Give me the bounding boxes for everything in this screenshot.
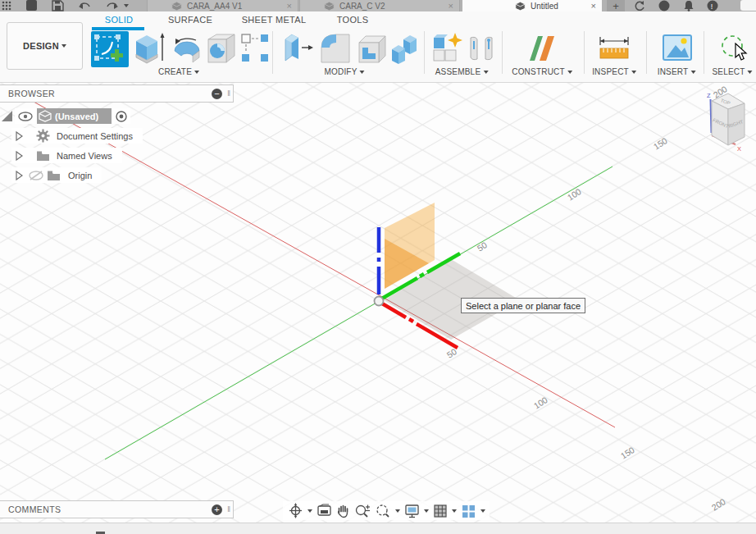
browser-root-selected[interactable]: (Unsaved) — [37, 108, 112, 124]
extrude-button[interactable] — [131, 31, 167, 66]
navigation-toolbar — [283, 501, 490, 520]
expand-arrow-icon[interactable] — [15, 171, 23, 180]
document-tab-active[interactable]: Untitled × — [462, 0, 603, 11]
browser-extension-button[interactable] — [740, 0, 756, 11]
viewports-dropdown[interactable] — [480, 509, 485, 513]
grid-settings-tool[interactable] — [433, 504, 448, 518]
create-sketch-button[interactable] — [91, 31, 129, 67]
rectangular-pattern-button[interactable] — [239, 31, 271, 66]
y-axis-dot — [420, 274, 424, 276]
ribbon-tab-sheetmetal[interactable]: SHEET METAL — [242, 15, 307, 25]
group-separator — [704, 31, 704, 74]
redo-dropdown[interactable] — [123, 0, 130, 11]
document-cube-icon — [515, 1, 526, 11]
help-icon[interactable]: ! — [707, 0, 718, 11]
viewports-tool[interactable] — [461, 504, 476, 518]
new-component-button[interactable] — [430, 31, 464, 66]
expand-arrow-icon[interactable] — [15, 151, 23, 161]
insert-image-button[interactable] — [661, 31, 694, 66]
group-label-create[interactable]: CREATE — [158, 67, 199, 76]
group-label-select[interactable]: SELECT — [712, 67, 752, 76]
browser-item-document-settings[interactable]: Document Settings — [11, 128, 143, 144]
ribbon-tab-tools[interactable]: TOOLS — [337, 15, 369, 25]
ribbon-tab-surface[interactable]: SURFACE — [168, 15, 212, 25]
browser-collapse-button[interactable]: − — [212, 89, 222, 99]
folder-icon — [47, 170, 61, 181]
group-label-insert[interactable]: INSERT — [658, 67, 696, 76]
origin-point[interactable] — [375, 297, 384, 306]
svg-text:!: ! — [711, 2, 713, 11]
browser-root-expander[interactable] — [0, 109, 14, 123]
active-tab-underline — [92, 27, 144, 30]
comments-title: COMMENTS — [8, 504, 212, 514]
tab-close-icon[interactable]: × — [449, 1, 453, 11]
tab-close-icon[interactable]: × — [591, 1, 596, 11]
shell-button[interactable] — [354, 31, 389, 66]
notifications-bell-icon[interactable] — [683, 0, 695, 11]
app-menu-icon[interactable] — [2, 0, 11, 11]
group-label-assemble[interactable]: ASSEMBLE — [435, 67, 489, 76]
redo-icon[interactable] — [106, 0, 119, 11]
grid-settings-dropdown[interactable] — [452, 509, 457, 513]
comments-add-button[interactable]: + — [212, 504, 222, 515]
user-avatar-icon[interactable] — [658, 0, 670, 11]
revolve-button[interactable] — [171, 31, 203, 66]
undo-icon[interactable] — [78, 0, 91, 11]
pan-tool[interactable] — [336, 504, 350, 518]
browser-root-row[interactable]: (Unsaved) — [15, 108, 130, 124]
group-label-inspect[interactable]: INSPECT — [592, 67, 636, 76]
workspace-caret-icon — [61, 44, 66, 48]
fusion360-window: 50 100 150 200 50 100 150 200 TOP FRONT … — [0, 0, 756, 534]
browser-root-label: (Unsaved) — [55, 112, 105, 121]
press-pull-button[interactable] — [280, 31, 315, 66]
document-cube-icon — [171, 1, 182, 11]
orbit-dropdown[interactable] — [307, 509, 312, 513]
mouse-cursor — [735, 43, 749, 64]
orbit-tool[interactable] — [288, 503, 303, 518]
status-tooltip: Select a plane or planar face — [461, 298, 585, 313]
hole-button[interactable] — [205, 31, 238, 66]
browser-drag-handle[interactable]: ‖ — [227, 89, 231, 98]
group-label-modify[interactable]: MODIFY — [324, 67, 364, 76]
fillet-button[interactable] — [318, 31, 353, 66]
visibility-eye-icon[interactable] — [17, 111, 34, 122]
zoom-window-tool[interactable] — [375, 504, 391, 518]
document-tab-2[interactable]: CARA_C V2 × — [299, 0, 460, 11]
combine-button[interactable] — [389, 31, 423, 66]
browser-item-origin[interactable]: Origin — [11, 167, 102, 183]
document-tab-1[interactable]: CARA_AA4 V1 × — [147, 0, 298, 11]
display-settings-tool[interactable] — [404, 504, 420, 518]
tab-close-icon[interactable]: × — [287, 1, 292, 11]
browser-panel-header[interactable]: BROWSER − ‖ — [0, 84, 234, 103]
measure-button[interactable] — [597, 31, 631, 66]
save-icon[interactable] — [52, 0, 64, 11]
ribbon-toolbar: DESIGN SOLID SURFACE SHEET METAL TOOLS — [0, 11, 756, 83]
sync-icon[interactable] — [633, 0, 645, 11]
zoom-window-dropdown[interactable] — [395, 509, 400, 513]
ribbon-tab-solid[interactable]: SOLID — [105, 15, 134, 25]
group-separator — [646, 31, 647, 74]
gear-icon — [36, 129, 50, 143]
new-tab-button[interactable]: + — [607, 0, 625, 11]
visibility-off-eye-icon[interactable] — [28, 170, 44, 181]
workspace-switcher[interactable]: DESIGN — [7, 22, 83, 70]
construct-plane-button[interactable] — [525, 31, 559, 66]
browser-title: BROWSER — [8, 89, 212, 98]
group-separator — [424, 31, 425, 74]
data-panel-icon[interactable] — [25, 0, 38, 11]
group-label-construct[interactable]: CONSTRUCT — [512, 67, 572, 76]
browser-item-named-views[interactable]: Named Views — [11, 148, 122, 163]
joint-button[interactable] — [466, 31, 497, 66]
look-at-tool[interactable] — [317, 504, 332, 518]
comments-panel-header[interactable]: COMMENTS + ‖ — [0, 500, 234, 518]
comments-drag-handle[interactable]: ‖ — [227, 505, 231, 513]
group-separator — [272, 31, 273, 74]
folder-icon — [36, 150, 50, 162]
display-settings-dropdown[interactable] — [424, 509, 429, 513]
activate-component-radio[interactable] — [115, 110, 128, 123]
document-cube-icon — [324, 1, 335, 11]
view-cube[interactable]: TOP FRONT RIGHT Z X — [689, 86, 756, 156]
zoom-tool[interactable] — [354, 504, 371, 518]
timeline-strip — [0, 523, 756, 534]
expand-arrow-icon[interactable] — [15, 131, 23, 141]
